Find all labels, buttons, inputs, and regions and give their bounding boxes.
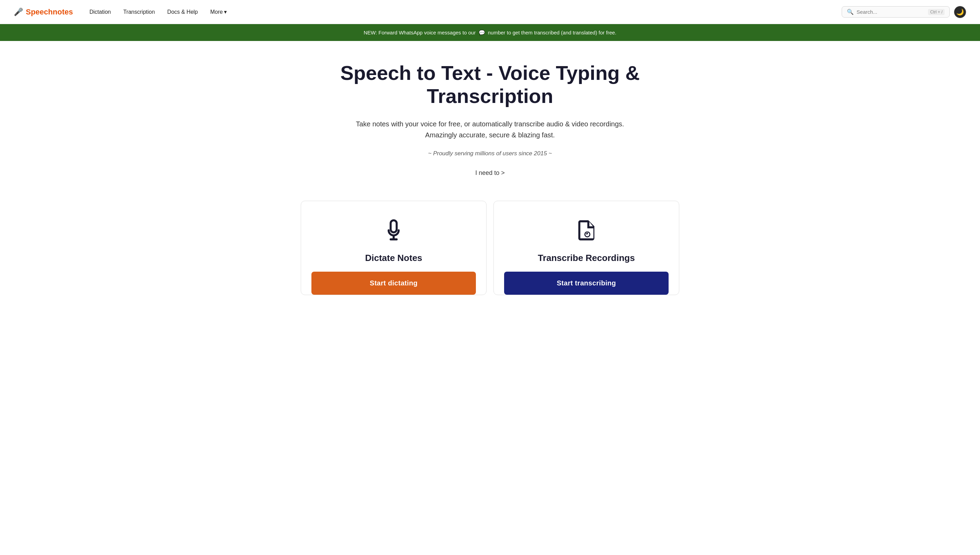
microphone-logo-icon: 🎤 [14, 8, 23, 16]
hero-subtitle: Take notes with your voice for free, or … [325, 119, 655, 141]
logo-text: Speechnotes [26, 8, 73, 16]
nav-right: 🔍 Ctrl + / 🌙 [842, 6, 966, 18]
announcement-banner: NEW: Forward WhatsApp voice messages to … [0, 24, 980, 41]
hero-title: Speech to Text - Voice Typing & Transcri… [325, 62, 655, 107]
start-dictating-button[interactable]: Start dictating [312, 272, 476, 295]
search-icon: 🔍 [847, 9, 854, 15]
hero-subtitle-line1: Take notes with your voice for free, or … [356, 120, 624, 128]
nav-transcription[interactable]: Transcription [118, 6, 160, 18]
hero-section: Speech to Text - Voice Typing & Transcri… [318, 41, 662, 190]
nav-more[interactable]: More ▾ [205, 6, 232, 18]
banner-text-suffix: number to get them transcribed (and tran… [488, 30, 617, 35]
nav-dictation[interactable]: Dictation [84, 6, 116, 18]
transcribe-card: Transcribe Recordings Start transcribing [494, 201, 679, 295]
dark-mode-toggle[interactable]: 🌙 [954, 6, 966, 18]
dictate-card: Dictate Notes Start dictating [301, 201, 486, 295]
microphone-icon [382, 215, 406, 246]
transcribe-card-title: Transcribe Recordings [538, 253, 635, 263]
banner-text-prefix: NEW: Forward WhatsApp voice messages to … [364, 30, 476, 35]
moon-icon: 🌙 [956, 8, 964, 16]
cards-section: Dictate Notes Start dictating Transcribe… [266, 190, 714, 295]
hero-tagline: ~ Proudly serving millions of users sinc… [325, 150, 655, 157]
search-container[interactable]: 🔍 Ctrl + / [842, 6, 950, 18]
nav-more-label: More [210, 9, 223, 15]
whatsapp-icon: 💬 [479, 29, 485, 36]
audio-file-icon [574, 215, 598, 246]
dictate-card-title: Dictate Notes [365, 253, 422, 263]
search-input[interactable] [857, 9, 925, 15]
hero-cta[interactable]: I need to > [325, 169, 655, 176]
nav-docs-help[interactable]: Docs & Help [162, 6, 203, 18]
navbar: 🎤 Speechnotes Dictation Transcription Do… [0, 0, 980, 24]
nav-links: Dictation Transcription Docs & Help More… [84, 6, 842, 18]
chevron-down-icon: ▾ [224, 9, 227, 15]
start-transcribing-button[interactable]: Start transcribing [504, 272, 668, 295]
search-shortcut: Ctrl + / [928, 9, 945, 15]
logo-link[interactable]: 🎤 Speechnotes [14, 8, 73, 16]
hero-subtitle-line2: Amazingly accurate, secure & blazing fas… [425, 131, 555, 139]
